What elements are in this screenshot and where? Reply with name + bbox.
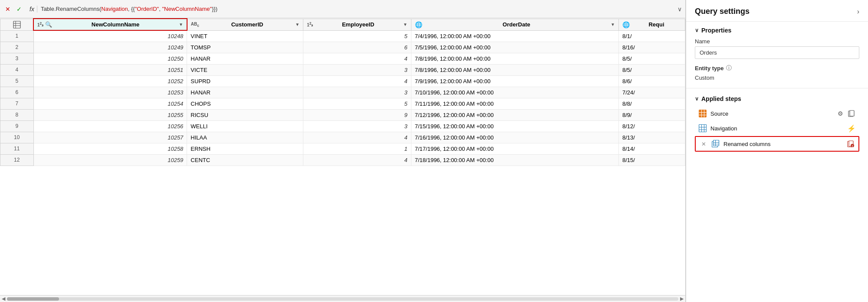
scroll-left-arrow[interactable]: ◀ <box>2 296 5 302</box>
col-dropdown-order-date[interactable]: ▼ <box>611 22 615 27</box>
data-table-container: 12₃ 🔍 NewColumnName ▼ ABc CustomerID ▼ <box>0 18 685 295</box>
query-settings-header: Query settings › <box>686 0 868 22</box>
scroll-right-arrow[interactable]: ▶ <box>680 296 684 302</box>
svg-text:!: ! <box>852 144 853 147</box>
applied-steps-section-header[interactable]: ∨ Applied steps <box>695 95 859 102</box>
order-date-cell: 7/8/1996, 12:00:00 AM +00:00 <box>411 53 618 64</box>
new-column-cell: 10248 <box>33 30 187 42</box>
source-step-actions: ⚙ <box>836 109 856 118</box>
formula-chevron-icon[interactable]: ∨ <box>677 6 682 13</box>
employee-cell: 3 <box>303 120 411 132</box>
customer-cell: ERNSH <box>187 143 303 154</box>
source-step-icon <box>698 109 707 118</box>
customer-cell: CHOPS <box>187 98 303 109</box>
row-num-cell: 2 <box>0 42 34 53</box>
col-dropdown-customer[interactable]: ▼ <box>295 22 299 27</box>
employee-cell: 3 <box>303 87 411 98</box>
formula-bar: ✕ ✓ fx Table.RenameColumns(Navigation, {… <box>0 0 685 18</box>
required-cell: 8/9/ <box>618 109 685 120</box>
employee-cell: 4 <box>303 75 411 87</box>
required-cell: 8/5/ <box>618 64 685 75</box>
renamed-columns-step-icon <box>711 140 720 148</box>
applied-steps-chevron-icon: ∨ <box>695 96 699 102</box>
employee-cell: 1 <box>303 143 411 154</box>
step-source[interactable]: Source ⚙ <box>695 107 859 120</box>
renamed-buffer-icon[interactable]: ! <box>846 140 855 148</box>
entity-type-row: Entity type ⓘ <box>695 64 859 72</box>
required-cell: 8/13/ <box>618 132 685 143</box>
step-navigation[interactable]: Navigation ⚡ <box>695 121 859 135</box>
row-num-cell: 8 <box>0 109 34 120</box>
required-cell: 8/8/ <box>618 98 685 109</box>
collapse-panel-button[interactable]: › <box>857 8 859 16</box>
entity-type-label: Entity type <box>695 65 723 71</box>
navigation-lightning-icon[interactable]: ⚡ <box>847 124 856 133</box>
order-date-cell: 7/11/1996, 12:00:00 AM +00:00 <box>411 98 618 109</box>
order-date-cell: 7/5/1996, 12:00:00 AM +00:00 <box>411 42 618 53</box>
horizontal-scrollbar[interactable]: ◀ ▶ <box>0 295 685 302</box>
table-row: 10 10257 HILAA 4 7/16/1996, 12:00:00 AM … <box>0 132 685 143</box>
order-date-cell: 7/9/1996, 12:00:00 AM +00:00 <box>411 75 618 87</box>
required-cell: 8/15/ <box>618 154 685 166</box>
left-panel: ✕ ✓ fx Table.RenameColumns(Navigation, {… <box>0 0 686 302</box>
col-type-icon-required: 🌐 <box>622 21 630 28</box>
col-type-icon-customer: ABc <box>191 22 199 28</box>
cancel-icon[interactable]: ✕ <box>3 6 12 13</box>
required-cell: 8/16/ <box>618 42 685 53</box>
col-dropdown-employee[interactable]: ▼ <box>403 22 408 27</box>
customer-cell: HANAR <box>187 87 303 98</box>
svg-rect-11 <box>699 125 707 132</box>
row-num-cell: 9 <box>0 120 34 132</box>
new-column-cell: 10258 <box>33 143 187 154</box>
row-num-cell: 1 <box>0 30 34 42</box>
employee-cell: 3 <box>303 64 411 75</box>
col-header-order-date[interactable]: 🌐 OrderDate ▼ <box>411 19 618 30</box>
col-type-icon-new-column: 12₃ <box>37 21 43 27</box>
section-divider <box>686 88 868 88</box>
col-type-icon-employee: 12₃ <box>307 21 313 27</box>
query-settings-title: Query settings <box>695 7 750 16</box>
col-header-required[interactable]: 🌐 Requi <box>618 19 685 30</box>
col-header-new-column-name[interactable]: 12₃ 🔍 NewColumnName ▼ <box>33 19 187 30</box>
required-cell: 7/24/ <box>618 87 685 98</box>
scrollbar-thumb[interactable] <box>7 297 59 301</box>
confirm-icon[interactable]: ✓ <box>15 6 23 13</box>
col-dropdown-new-column[interactable]: ▼ <box>179 22 183 27</box>
applied-steps-label: Applied steps <box>701 95 741 102</box>
navigation-step-icon <box>698 124 707 133</box>
fx-label: fx <box>27 6 37 13</box>
required-cell: 8/14/ <box>618 143 685 154</box>
employee-cell: 6 <box>303 42 411 53</box>
col-header-employee-id[interactable]: 12₃ EmployeeID ▼ <box>303 19 411 30</box>
source-gear-icon[interactable]: ⚙ <box>836 109 845 118</box>
renamed-columns-step-name: Renamed columns <box>723 141 843 147</box>
new-column-cell: 10251 <box>33 64 187 75</box>
customer-cell: CENTC <box>187 154 303 166</box>
order-date-cell: 7/18/1996, 12:00:00 AM +00:00 <box>411 154 618 166</box>
applied-steps-section: ∨ Applied steps Source ⚙ <box>686 90 868 158</box>
required-cell: 8/1/ <box>618 30 685 42</box>
name-field-value[interactable]: Orders <box>695 46 859 59</box>
employee-cell: 5 <box>303 30 411 42</box>
row-num-cell: 12 <box>0 154 34 166</box>
table-row: 11 10258 ERNSH 1 7/17/1996, 12:00:00 AM … <box>0 143 685 154</box>
employee-cell: 4 <box>303 132 411 143</box>
navigation-step-actions: ⚡ <box>847 124 856 133</box>
customer-cell: RICSU <box>187 109 303 120</box>
scrollbar-track[interactable] <box>7 297 678 301</box>
source-buffer-icon[interactable] <box>847 109 856 118</box>
row-num-cell: 4 <box>0 64 34 75</box>
col-name-required: Requi <box>631 21 681 28</box>
customer-cell: HILAA <box>187 132 303 143</box>
source-step-name: Source <box>710 110 832 117</box>
renamed-delete-x-icon[interactable]: ✕ <box>699 140 708 148</box>
row-num-cell: 7 <box>0 98 34 109</box>
properties-section-header[interactable]: ∨ Properties <box>695 27 859 34</box>
table-row: 12 10259 CENTC 4 7/18/1996, 12:00:00 AM … <box>0 154 685 166</box>
col-search-icon: 🔍 <box>45 21 52 28</box>
step-renamed-columns[interactable]: ✕ Renamed columns ! <box>695 136 859 152</box>
col-name-new-column: NewColumnName <box>54 21 177 28</box>
required-cell: 8/6/ <box>618 75 685 87</box>
col-name-employee: EmployeeID <box>315 21 401 28</box>
col-header-customer-id[interactable]: ABc CustomerID ▼ <box>187 19 303 30</box>
